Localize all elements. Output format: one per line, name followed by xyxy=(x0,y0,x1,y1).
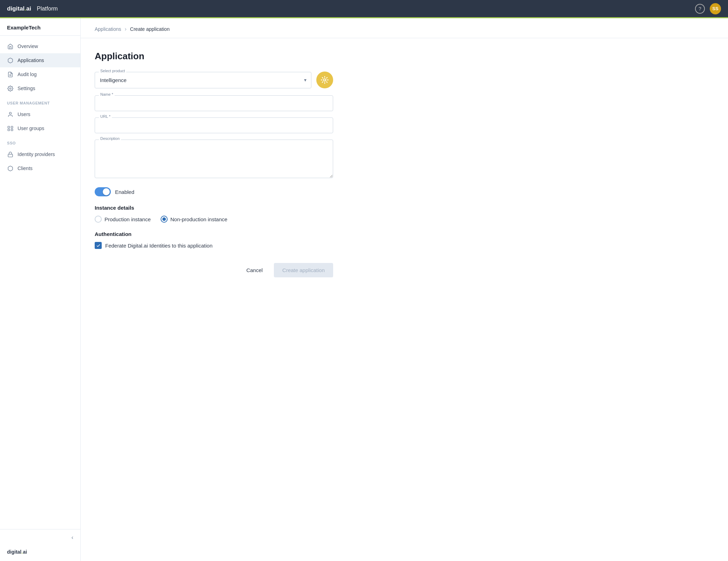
sidebar-item-user-groups[interactable]: User groups xyxy=(0,121,80,135)
non-production-instance-option[interactable]: Non-production instance xyxy=(161,216,228,223)
svg-point-9 xyxy=(324,79,326,81)
sidebar: ExampleTech Overview Ap xyxy=(0,18,81,561)
non-production-radio-circle xyxy=(161,216,168,223)
name-input[interactable] xyxy=(95,95,333,111)
home-icon xyxy=(7,43,13,49)
instance-radio-group: Production instance Non-production insta… xyxy=(95,216,333,223)
logo-text: digital.ai xyxy=(7,5,31,12)
name-field: Name * xyxy=(95,95,333,111)
enabled-label: Enabled xyxy=(115,189,134,195)
breadcrumb-separator: › xyxy=(125,26,127,32)
form-title: Application xyxy=(95,51,333,62)
sidebar-item-clients[interactable]: Clients xyxy=(0,161,80,175)
platform-title: Platform xyxy=(37,6,58,12)
select-product-row: Select product Intelligence Release Depl… xyxy=(95,72,333,88)
breadcrumb: Applications › Create application xyxy=(81,18,728,38)
sidebar-label-clients: Clients xyxy=(18,165,33,171)
sidebar-label-overview: Overview xyxy=(18,43,38,49)
select-product-label: Select product xyxy=(99,69,126,73)
sidebar-item-settings[interactable]: Settings xyxy=(0,81,80,95)
user-avatar[interactable]: SS xyxy=(710,3,721,14)
cancel-button[interactable]: Cancel xyxy=(241,264,268,277)
instance-details-section: Instance details Production instance Non… xyxy=(95,205,333,223)
user-management-section-label: USER MANAGEMENT xyxy=(0,95,80,107)
sidebar-label-user-groups: User groups xyxy=(18,126,44,131)
users-icon xyxy=(7,125,13,131)
url-label: URL * xyxy=(99,114,112,119)
production-radio-circle xyxy=(95,216,102,223)
non-production-instance-label: Non-production instance xyxy=(170,216,228,222)
select-product-dropdown[interactable]: Intelligence Release Deploy Agility xyxy=(95,72,311,88)
sidebar-label-identity-providers: Identity providers xyxy=(18,151,55,157)
create-application-form: Application Select product Intelligence … xyxy=(81,38,347,298)
gear-icon xyxy=(7,85,13,92)
user-icon xyxy=(7,111,13,117)
select-product-wrapper: Select product Intelligence Release Depl… xyxy=(95,72,311,88)
svg-point-2 xyxy=(9,88,11,89)
sidebar-nav: Overview Applications xyxy=(0,36,80,529)
action-row: Cancel Create application xyxy=(95,263,333,277)
instance-details-title: Instance details xyxy=(95,205,333,211)
federate-checkbox-row[interactable]: Federate Digital.ai Identities to this a… xyxy=(95,242,333,249)
breadcrumb-current: Create application xyxy=(130,26,170,32)
production-instance-label: Production instance xyxy=(105,216,151,222)
cube-small-icon xyxy=(7,165,13,171)
svg-rect-6 xyxy=(8,129,9,130)
sidebar-item-overview[interactable]: Overview xyxy=(0,39,80,53)
svg-line-14 xyxy=(322,77,323,78)
svg-rect-7 xyxy=(11,129,13,130)
sidebar-item-audit-log[interactable]: Audit log xyxy=(0,67,80,81)
svg-point-3 xyxy=(9,112,11,114)
cube-icon xyxy=(7,57,13,63)
svg-rect-5 xyxy=(11,126,13,128)
sidebar-item-identity-providers[interactable]: Identity providers xyxy=(0,147,80,161)
company-name: ExampleTech xyxy=(0,18,80,36)
svg-rect-4 xyxy=(8,126,9,128)
description-textarea[interactable] xyxy=(95,140,333,178)
svg-rect-8 xyxy=(8,154,13,157)
create-application-button[interactable]: Create application xyxy=(274,263,333,277)
sidebar-bottom: ‹ xyxy=(0,529,80,546)
federate-label: Federate Digital.ai Identities to this a… xyxy=(105,243,213,249)
main-layout: ExampleTech Overview Ap xyxy=(0,18,728,561)
breadcrumb-applications-link[interactable]: Applications xyxy=(95,26,121,32)
production-instance-option[interactable]: Production instance xyxy=(95,216,151,223)
logo: digital.ai xyxy=(7,5,31,12)
help-button[interactable]: ? xyxy=(695,4,705,14)
federate-checkbox[interactable] xyxy=(95,242,102,249)
sso-section-label: SSO xyxy=(0,135,80,147)
authentication-title: Authentication xyxy=(95,231,333,237)
url-input[interactable] xyxy=(95,117,333,133)
top-navigation: digital.ai Platform ? SS xyxy=(0,0,728,18)
url-field: URL * xyxy=(95,117,333,133)
sidebar-label-audit-log: Audit log xyxy=(18,72,36,77)
product-icon-badge xyxy=(316,72,333,88)
enabled-toggle-row: Enabled xyxy=(95,187,333,196)
main-content: Applications › Create application Applic… xyxy=(81,18,728,561)
sidebar-label-users: Users xyxy=(18,111,31,117)
sidebar-item-users[interactable]: Users xyxy=(0,107,80,121)
name-label: Name * xyxy=(99,92,115,96)
document-icon xyxy=(7,71,13,77)
description-label: Description xyxy=(99,136,121,141)
sidebar-item-applications[interactable]: Applications xyxy=(0,53,80,67)
sidebar-label-settings: Settings xyxy=(18,86,35,91)
enabled-toggle[interactable] xyxy=(95,187,111,196)
lock-icon xyxy=(7,151,13,157)
collapse-button[interactable]: ‹ xyxy=(72,534,73,541)
svg-line-17 xyxy=(326,77,328,78)
svg-line-15 xyxy=(326,82,328,83)
description-field: Description xyxy=(95,140,333,180)
authentication-section: Authentication Federate Digital.ai Ident… xyxy=(95,231,333,249)
svg-line-16 xyxy=(322,82,323,83)
sidebar-label-applications: Applications xyxy=(18,58,44,63)
topnav-right: ? SS xyxy=(695,3,721,14)
sidebar-bottom-logo: digital.ai xyxy=(0,546,80,561)
